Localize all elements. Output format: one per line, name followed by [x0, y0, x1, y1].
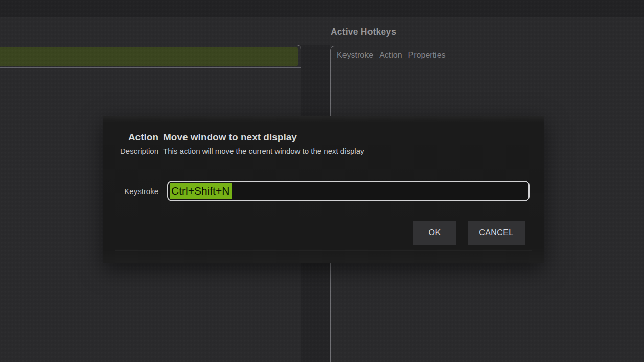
keystroke-input[interactable]: Ctrl+Shift+N [167, 181, 530, 201]
keystroke-label: Keystroke [103, 187, 158, 196]
action-value: Move window to next display [163, 131, 297, 143]
action-label: Action [103, 131, 158, 143]
active-hotkeys-title: Active Hotkeys [331, 27, 396, 37]
ok-button[interactable]: OK [413, 221, 456, 245]
column-header-properties: Properties [408, 51, 446, 60]
list-divider [0, 67, 301, 68]
dialog-description-row: Description This action will move the cu… [103, 146, 364, 156]
description-value: This action will move the current window… [163, 146, 364, 156]
column-header-row: Keystroke Action Properties [337, 51, 446, 60]
column-header-keystroke: Keystroke [337, 51, 373, 60]
edit-hotkey-dialog: Action Move window to next display Descr… [103, 116, 544, 263]
selected-hotkey-row[interactable] [0, 47, 298, 66]
dialog-title-row: Action Move window to next display [103, 131, 297, 143]
titlebar [0, 0, 644, 17]
description-label: Description [103, 146, 158, 156]
column-header-action: Action [379, 51, 402, 60]
keystroke-value-highlighted: Ctrl+Shift+N [170, 183, 232, 199]
cancel-button[interactable]: CANCEL [468, 221, 525, 245]
